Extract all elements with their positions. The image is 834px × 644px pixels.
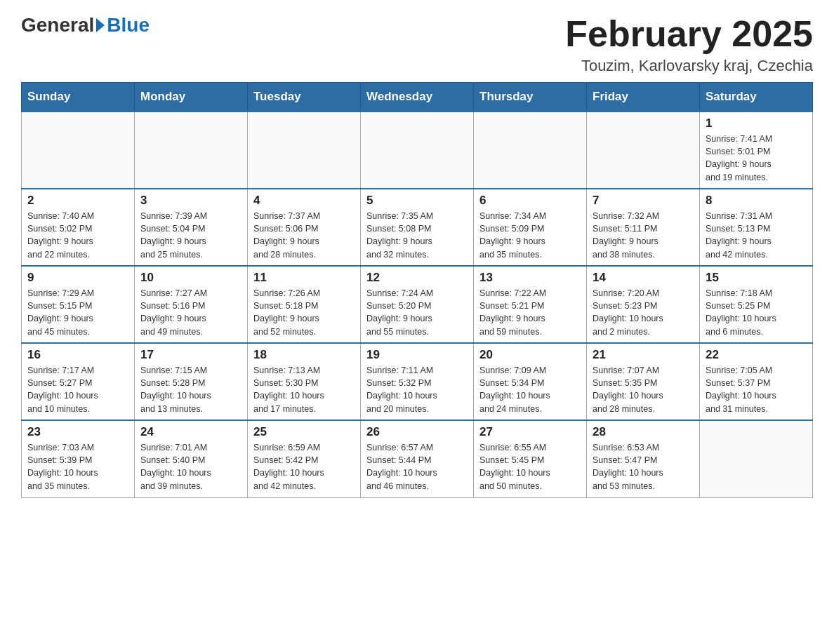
calendar-cell-w2-d3: 5Sunrise: 7:35 AM Sunset: 5:08 PM Daylig… — [361, 189, 474, 266]
day-number: 28 — [593, 425, 694, 439]
calendar-cell-w5-d0: 23Sunrise: 7:03 AM Sunset: 5:39 PM Dayli… — [22, 420, 135, 497]
calendar-cell-w1-d6: 1Sunrise: 7:41 AM Sunset: 5:01 PM Daylig… — [700, 112, 813, 189]
calendar-cell-w4-d1: 17Sunrise: 7:15 AM Sunset: 5:28 PM Dayli… — [135, 343, 248, 420]
day-info: Sunrise: 7:05 AM Sunset: 5:37 PM Dayligh… — [706, 364, 807, 415]
day-number: 5 — [366, 194, 468, 208]
col-tuesday: Tuesday — [248, 83, 361, 112]
title-block: February 2025 Touzim, Karlovarsky kraj, … — [565, 14, 813, 75]
day-number: 1 — [706, 116, 807, 130]
day-info: Sunrise: 7:11 AM Sunset: 5:32 PM Dayligh… — [366, 364, 468, 415]
calendar-cell-w3-d6: 15Sunrise: 7:18 AM Sunset: 5:25 PM Dayli… — [700, 266, 813, 343]
day-info: Sunrise: 6:59 AM Sunset: 5:42 PM Dayligh… — [253, 441, 355, 492]
calendar-cell-w5-d2: 25Sunrise: 6:59 AM Sunset: 5:42 PM Dayli… — [248, 420, 361, 497]
col-monday: Monday — [135, 83, 248, 112]
calendar-cell-w4-d0: 16Sunrise: 7:17 AM Sunset: 5:27 PM Dayli… — [22, 343, 135, 420]
calendar-cell-w2-d4: 6Sunrise: 7:34 AM Sunset: 5:09 PM Daylig… — [474, 189, 587, 266]
day-info: Sunrise: 7:03 AM Sunset: 5:39 PM Dayligh… — [27, 441, 128, 492]
col-thursday: Thursday — [474, 83, 587, 112]
calendar-cell-w3-d2: 11Sunrise: 7:26 AM Sunset: 5:18 PM Dayli… — [248, 266, 361, 343]
logo-blue: Blue — [107, 14, 150, 36]
col-saturday: Saturday — [700, 83, 813, 112]
day-number: 4 — [253, 194, 355, 208]
col-sunday: Sunday — [22, 83, 135, 112]
calendar-cell-w2-d0: 2Sunrise: 7:40 AM Sunset: 5:02 PM Daylig… — [22, 189, 135, 266]
logo-general: General — [21, 14, 94, 36]
day-number: 6 — [479, 194, 581, 208]
calendar-cell-w1-d5 — [587, 112, 700, 189]
day-info: Sunrise: 7:29 AM Sunset: 5:15 PM Dayligh… — [27, 287, 128, 338]
page-header: General Blue February 2025 Touzim, Karlo… — [21, 14, 813, 75]
calendar-cell-w1-d1 — [135, 112, 248, 189]
day-number: 9 — [27, 271, 128, 285]
calendar-cell-w4-d4: 20Sunrise: 7:09 AM Sunset: 5:34 PM Dayli… — [474, 343, 587, 420]
calendar-cell-w4-d6: 22Sunrise: 7:05 AM Sunset: 5:37 PM Dayli… — [700, 343, 813, 420]
calendar-cell-w4-d5: 21Sunrise: 7:07 AM Sunset: 5:35 PM Dayli… — [587, 343, 700, 420]
calendar-subtitle: Touzim, Karlovarsky kraj, Czechia — [565, 57, 813, 75]
day-number: 21 — [593, 348, 694, 362]
day-info: Sunrise: 7:22 AM Sunset: 5:21 PM Dayligh… — [479, 287, 581, 338]
calendar-cell-w5-d5: 28Sunrise: 6:53 AM Sunset: 5:47 PM Dayli… — [587, 420, 700, 497]
day-number: 14 — [593, 271, 694, 285]
day-info: Sunrise: 7:01 AM Sunset: 5:40 PM Dayligh… — [140, 441, 241, 492]
day-number: 27 — [479, 425, 581, 439]
calendar-cell-w4-d3: 19Sunrise: 7:11 AM Sunset: 5:32 PM Dayli… — [361, 343, 474, 420]
col-friday: Friday — [587, 83, 700, 112]
calendar-week-5: 23Sunrise: 7:03 AM Sunset: 5:39 PM Dayli… — [22, 420, 813, 497]
day-number: 22 — [706, 348, 807, 362]
calendar-cell-w5-d3: 26Sunrise: 6:57 AM Sunset: 5:44 PM Dayli… — [361, 420, 474, 497]
day-number: 24 — [140, 425, 241, 439]
day-number: 10 — [140, 271, 241, 285]
calendar-week-3: 9Sunrise: 7:29 AM Sunset: 5:15 PM Daylig… — [22, 266, 813, 343]
day-info: Sunrise: 7:15 AM Sunset: 5:28 PM Dayligh… — [140, 364, 241, 415]
calendar-cell-w2-d6: 8Sunrise: 7:31 AM Sunset: 5:13 PM Daylig… — [700, 189, 813, 266]
calendar-week-2: 2Sunrise: 7:40 AM Sunset: 5:02 PM Daylig… — [22, 189, 813, 266]
day-info: Sunrise: 7:07 AM Sunset: 5:35 PM Dayligh… — [593, 364, 694, 415]
day-info: Sunrise: 6:57 AM Sunset: 5:44 PM Dayligh… — [366, 441, 468, 492]
calendar-cell-w4-d2: 18Sunrise: 7:13 AM Sunset: 5:30 PM Dayli… — [248, 343, 361, 420]
day-info: Sunrise: 7:26 AM Sunset: 5:18 PM Dayligh… — [253, 287, 355, 338]
calendar-cell-w1-d0 — [22, 112, 135, 189]
day-info: Sunrise: 7:13 AM Sunset: 5:30 PM Dayligh… — [253, 364, 355, 415]
calendar-cell-w2-d5: 7Sunrise: 7:32 AM Sunset: 5:11 PM Daylig… — [587, 189, 700, 266]
calendar-cell-w1-d4 — [474, 112, 587, 189]
day-number: 3 — [140, 194, 241, 208]
day-number: 26 — [366, 425, 468, 439]
day-info: Sunrise: 7:17 AM Sunset: 5:27 PM Dayligh… — [27, 364, 128, 415]
day-info: Sunrise: 6:55 AM Sunset: 5:45 PM Dayligh… — [479, 441, 581, 492]
day-info: Sunrise: 7:24 AM Sunset: 5:20 PM Dayligh… — [366, 287, 468, 338]
day-info: Sunrise: 7:40 AM Sunset: 5:02 PM Dayligh… — [27, 210, 128, 261]
day-number: 19 — [366, 348, 468, 362]
calendar-cell-w3-d3: 12Sunrise: 7:24 AM Sunset: 5:20 PM Dayli… — [361, 266, 474, 343]
calendar-title: February 2025 — [565, 14, 813, 54]
calendar-cell-w1-d2 — [248, 112, 361, 189]
day-info: Sunrise: 7:41 AM Sunset: 5:01 PM Dayligh… — [706, 133, 807, 184]
calendar-cell-w2-d1: 3Sunrise: 7:39 AM Sunset: 5:04 PM Daylig… — [135, 189, 248, 266]
calendar-table: Sunday Monday Tuesday Wednesday Thursday… — [21, 82, 813, 498]
logo-arrow-icon — [96, 18, 105, 32]
day-info: Sunrise: 7:20 AM Sunset: 5:23 PM Dayligh… — [593, 287, 694, 338]
day-number: 25 — [253, 425, 355, 439]
day-number: 2 — [27, 194, 128, 208]
calendar-cell-w3-d0: 9Sunrise: 7:29 AM Sunset: 5:15 PM Daylig… — [22, 266, 135, 343]
day-info: Sunrise: 7:31 AM Sunset: 5:13 PM Dayligh… — [706, 210, 807, 261]
day-info: Sunrise: 7:37 AM Sunset: 5:06 PM Dayligh… — [253, 210, 355, 261]
day-info: Sunrise: 6:53 AM Sunset: 5:47 PM Dayligh… — [593, 441, 694, 492]
day-info: Sunrise: 7:39 AM Sunset: 5:04 PM Dayligh… — [140, 210, 241, 261]
col-wednesday: Wednesday — [361, 83, 474, 112]
calendar-header-row: Sunday Monday Tuesday Wednesday Thursday… — [22, 83, 813, 112]
day-number: 16 — [27, 348, 128, 362]
calendar-week-1: 1Sunrise: 7:41 AM Sunset: 5:01 PM Daylig… — [22, 112, 813, 189]
calendar-cell-w3-d1: 10Sunrise: 7:27 AM Sunset: 5:16 PM Dayli… — [135, 266, 248, 343]
day-number: 8 — [706, 194, 807, 208]
day-info: Sunrise: 7:18 AM Sunset: 5:25 PM Dayligh… — [706, 287, 807, 338]
day-number: 17 — [140, 348, 241, 362]
day-number: 18 — [253, 348, 355, 362]
day-number: 11 — [253, 271, 355, 285]
day-info: Sunrise: 7:34 AM Sunset: 5:09 PM Dayligh… — [479, 210, 581, 261]
calendar-cell-w5-d4: 27Sunrise: 6:55 AM Sunset: 5:45 PM Dayli… — [474, 420, 587, 497]
day-number: 20 — [479, 348, 581, 362]
day-info: Sunrise: 7:32 AM Sunset: 5:11 PM Dayligh… — [593, 210, 694, 261]
calendar-cell-w5-d6 — [700, 420, 813, 497]
day-number: 13 — [479, 271, 581, 285]
calendar-cell-w5-d1: 24Sunrise: 7:01 AM Sunset: 5:40 PM Dayli… — [135, 420, 248, 497]
